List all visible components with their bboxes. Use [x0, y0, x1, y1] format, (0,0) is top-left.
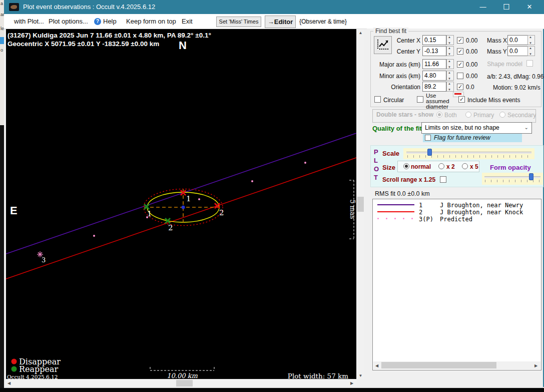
size-normal-radio[interactable] — [403, 163, 409, 169]
double-primary-radio[interactable] — [465, 112, 471, 118]
center-y-spinner[interactable] — [446, 46, 454, 56]
scale-label: Scale — [382, 150, 399, 157]
vscroll-thumb[interactable] — [357, 197, 364, 212]
use-assumed-checkbox[interactable] — [417, 96, 423, 103]
double-both-radio[interactable] — [436, 112, 442, 118]
chord2-r-label: 2 — [168, 223, 173, 232]
find-best-fit-title: Find best fit — [373, 28, 408, 35]
shape-model-checkbox[interactable] — [526, 60, 533, 67]
center-x-spinner[interactable] — [446, 35, 454, 45]
scale-thumb[interactable] — [427, 149, 432, 156]
opacity-thumb[interactable] — [529, 173, 533, 180]
center-y-input[interactable] — [422, 46, 446, 56]
hscroll-thumb[interactable] — [176, 380, 193, 386]
plot-hscrollbar[interactable]: ◀ ▶ — [6, 379, 357, 387]
orientation-input[interactable] — [422, 82, 446, 92]
double-primary-label: Primary — [473, 112, 494, 119]
quality-select[interactable]: Limits on size, but no shape ⌄ — [421, 122, 532, 134]
menu-exit[interactable]: Exit — [182, 18, 193, 25]
major-axis-label: Major axis (km) — [365, 61, 420, 68]
observer-time-label: {Observer & time} — [299, 18, 347, 25]
minor-axis-input[interactable] — [422, 71, 446, 81]
orientation-fit-checkbox[interactable] — [457, 84, 463, 90]
titlebar[interactable]: Plot event observations : Occult v.4.202… — [4, 0, 544, 14]
chord1-d-label: 1 — [186, 194, 191, 203]
plot-svg: 3 1 2 1 2 — [6, 29, 356, 379]
bg-selection-bar — [0, 37, 4, 44]
scroll-range-checkbox[interactable] — [440, 176, 446, 183]
scalebar — [150, 367, 214, 370]
screen: a ar le o Plot event observations : Occu… — [0, 0, 544, 392]
scroll-left-arrow[interactable]: ◀ — [8, 381, 11, 385]
menu-help[interactable]: Help — [103, 18, 117, 25]
mass-y-label: Mass Y — [487, 48, 507, 55]
list-scroll-left-arrow[interactable]: ◀ — [375, 363, 378, 368]
list-scroll-right-arrow[interactable]: ▶ — [534, 363, 537, 368]
include-miss-label: Include Miss events — [467, 97, 520, 104]
plot-vscrollbar[interactable]: ▲ ▼ — [357, 29, 364, 379]
help-icon[interactable]: ? — [94, 18, 101, 25]
mass-x-spinner[interactable] — [527, 35, 535, 45]
center-x-input[interactable] — [422, 35, 446, 45]
mass-x-input[interactable] — [507, 35, 529, 45]
major-axis-input[interactable] — [422, 59, 446, 69]
major-axis-fit-checkbox[interactable] — [457, 61, 463, 68]
size-x5-label: x 5 — [470, 163, 478, 170]
size-x2-label: x 2 — [446, 163, 455, 170]
maximize-button[interactable]: ☐ — [495, 0, 518, 14]
double-stars-title: Double stars - show — [376, 111, 433, 118]
scale-ticks — [407, 155, 531, 158]
center-y-sigma: 0.00 — [466, 48, 477, 55]
legend-reappear: Reappear — [19, 364, 59, 374]
mass-x-label: Mass X — [487, 37, 507, 44]
observations-list[interactable]: 1 J Broughton, near Newry 2 J Broughton,… — [372, 199, 541, 370]
flag-review-checkbox[interactable] — [425, 135, 431, 141]
predicted-num: 3(P) — [419, 216, 433, 223]
background-window-dark — [0, 125, 4, 392]
bg-fragment: a — [1, 1, 3, 6]
scale-slider[interactable] — [403, 148, 534, 159]
size-x2-radio[interactable] — [438, 163, 444, 169]
rms-fit-label: RMS fit 0.0 ±0.0 km — [375, 190, 430, 197]
list-hscrollbar[interactable]: ◀ ▶ — [373, 361, 540, 369]
chord1-num: 1 — [419, 202, 422, 209]
list-hscroll-thumb[interactable] — [381, 362, 496, 368]
double-secondary-radio[interactable] — [499, 112, 505, 118]
menu-plot-options[interactable]: Plot options... — [49, 18, 88, 25]
minimize-button[interactable]: — — [471, 0, 494, 14]
major-axis-spinner[interactable] — [446, 59, 454, 69]
chord1-reappear-marker — [144, 204, 149, 209]
motion-label: Motion: 9.02 km/s — [493, 84, 540, 91]
close-button[interactable]: ✕ — [518, 0, 541, 14]
editor-button[interactable]: →Editor — [265, 16, 296, 28]
orientation-spinner[interactable] — [446, 82, 454, 92]
north-label: N — [179, 39, 187, 52]
plot-area[interactable]: 3 1 2 1 2 — [6, 29, 356, 379]
mas-scale-label: 5 mas — [349, 199, 356, 219]
minor-axis-fit-checkbox[interactable] — [457, 73, 463, 79]
circular-checkbox[interactable] — [374, 96, 381, 103]
size-x5-radio[interactable] — [462, 163, 468, 169]
major-axis-sigma: 0.00 — [466, 61, 477, 68]
form-opacity-slider[interactable] — [482, 173, 543, 185]
center-y-fit-checkbox[interactable] — [457, 48, 463, 55]
scale-groove — [406, 152, 531, 154]
include-miss-checkbox[interactable] — [458, 96, 465, 103]
scroll-down-arrow[interactable]: ▼ — [357, 373, 364, 378]
chord2-num: 2 — [419, 209, 422, 216]
menu-with-plot[interactable]: with Plot... — [14, 18, 44, 25]
minor-axis-spinner[interactable] — [446, 71, 454, 81]
plot-title-line1: (31267) Kuldiga 2025 Jun 7 11.66 ±0.01 x… — [8, 32, 211, 39]
double-secondary-label: Secondary — [507, 112, 536, 119]
scroll-right-arrow[interactable]: ▶ — [350, 381, 353, 385]
mass-y-spinner[interactable] — [527, 46, 535, 56]
ellipse-center-dot — [182, 206, 185, 209]
mass-y-input[interactable] — [507, 46, 529, 56]
orientation-sigma: 0.0 — [466, 84, 474, 91]
predicted-track-dots — [93, 162, 306, 237]
set-miss-times-button[interactable]: Set 'Miss' Times — [216, 17, 261, 27]
scroll-up-arrow[interactable]: ▲ — [357, 31, 364, 35]
center-x-fit-checkbox[interactable] — [457, 37, 463, 44]
menu-keep-on-top[interactable]: Keep form on top — [126, 18, 176, 25]
background-window-sliver: a ar le o — [0, 0, 4, 125]
